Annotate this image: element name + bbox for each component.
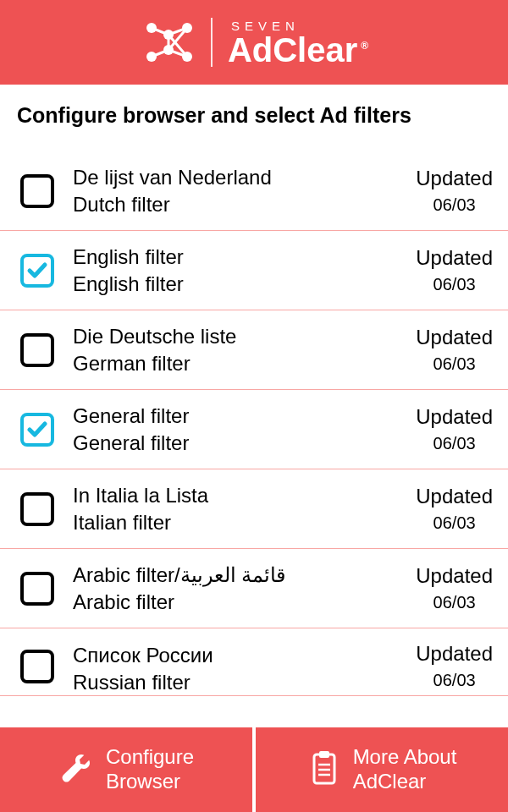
checkbox-russian[interactable] <box>20 650 54 683</box>
filter-title: Список России <box>73 644 409 667</box>
filter-title: General filter <box>73 404 409 428</box>
bottom-bar: Configure Browser More About AdClear <box>0 727 508 812</box>
checkbox-italian[interactable] <box>20 492 54 526</box>
filter-row-dutch[interactable]: De lijst van Nederland Dutch filter Upda… <box>0 151 508 231</box>
filter-list: De lijst van Nederland Dutch filter Upda… <box>0 151 508 727</box>
page-title: Configure browser and select Ad filters <box>0 85 508 151</box>
filter-status: Updated 06/03 <box>416 642 493 690</box>
filter-title: In Italia la Lista <box>73 484 409 508</box>
configure-browser-button[interactable]: Configure Browser <box>0 727 252 812</box>
status-label: Updated <box>416 167 493 190</box>
filter-subtitle: German filter <box>73 352 409 376</box>
filter-text: Die Deutsche liste German filter <box>73 325 409 376</box>
status-date: 06/03 <box>433 195 476 215</box>
filter-status: Updated 06/03 <box>416 485 493 533</box>
filter-title: De lijst van Nederland <box>73 166 409 189</box>
filter-text: Arabic filter/قائمة العربية Arabic filte… <box>73 563 409 614</box>
wrench-icon <box>58 750 94 789</box>
filter-subtitle: Dutch filter <box>73 193 409 217</box>
svg-point-9 <box>163 30 174 40</box>
network-icon <box>140 19 196 65</box>
filter-text: English filter English filter <box>73 245 409 296</box>
svg-point-12 <box>182 52 192 62</box>
svg-point-10 <box>163 45 174 55</box>
status-label: Updated <box>416 405 493 429</box>
status-date: 06/03 <box>433 513 476 533</box>
clipboard-icon <box>307 749 341 790</box>
filter-status: Updated 06/03 <box>416 167 493 215</box>
filter-title: Die Deutsche liste <box>73 325 409 348</box>
filter-subtitle: General filter <box>73 431 409 455</box>
status-date: 06/03 <box>433 275 476 294</box>
filter-status: Updated 06/03 <box>416 564 493 612</box>
filter-row-russian[interactable]: Список России Russian filter Updated 06/… <box>0 628 508 696</box>
filter-row-general[interactable]: General filter General filter Updated 06… <box>0 390 508 469</box>
svg-rect-14 <box>319 751 329 758</box>
filter-subtitle: English filter <box>73 272 409 296</box>
status-label: Updated <box>416 564 493 588</box>
checkbox-german[interactable] <box>20 333 54 367</box>
status-date: 06/03 <box>433 671 476 690</box>
checkbox-general[interactable] <box>20 413 54 447</box>
more-button-label: More About AdClear <box>353 745 457 794</box>
filter-text: In Italia la Lista Italian filter <box>73 484 409 535</box>
status-label: Updated <box>416 642 493 666</box>
filter-status: Updated 06/03 <box>416 246 493 294</box>
status-label: Updated <box>416 246 493 270</box>
brand-main-text: AdClear® <box>228 33 368 67</box>
filter-text: De lijst van Nederland Dutch filter <box>73 166 409 217</box>
logo-divider <box>211 18 213 67</box>
filter-status: Updated 06/03 <box>416 405 493 453</box>
filter-text: General filter General filter <box>73 404 409 455</box>
filter-title: English filter <box>73 245 409 269</box>
more-about-button[interactable]: More About AdClear <box>256 727 508 812</box>
checkbox-english[interactable] <box>20 254 54 288</box>
status-label: Updated <box>416 326 493 349</box>
status-date: 06/03 <box>433 434 476 453</box>
svg-point-11 <box>182 23 192 33</box>
logo-text: SEVEN AdClear® <box>228 19 368 67</box>
filter-row-german[interactable]: Die Deutsche liste German filter Updated… <box>0 310 508 390</box>
app-header: SEVEN AdClear® <box>0 0 508 85</box>
configure-button-label: Configure Browser <box>106 745 194 794</box>
filter-status: Updated 06/03 <box>416 326 493 374</box>
filter-row-arabic[interactable]: Arabic filter/قائمة العربية Arabic filte… <box>0 549 508 628</box>
filter-subtitle: Arabic filter <box>73 590 409 614</box>
filter-title: Arabic filter/قائمة العربية <box>73 563 409 587</box>
filter-row-italian[interactable]: In Italia la Lista Italian filter Update… <box>0 469 508 549</box>
status-label: Updated <box>416 485 493 508</box>
svg-point-8 <box>146 52 157 62</box>
filter-subtitle: Russian filter <box>73 671 409 689</box>
filter-text: Список России Russian filter <box>73 644 409 689</box>
checkbox-arabic[interactable] <box>20 572 54 606</box>
svg-point-7 <box>146 23 157 33</box>
filter-row-english[interactable]: English filter English filter Updated 06… <box>0 231 508 310</box>
registered-mark: ® <box>361 40 368 52</box>
filter-subtitle: Italian filter <box>73 511 409 535</box>
status-date: 06/03 <box>433 593 476 612</box>
checkbox-dutch[interactable] <box>20 174 54 208</box>
status-date: 06/03 <box>433 354 476 374</box>
